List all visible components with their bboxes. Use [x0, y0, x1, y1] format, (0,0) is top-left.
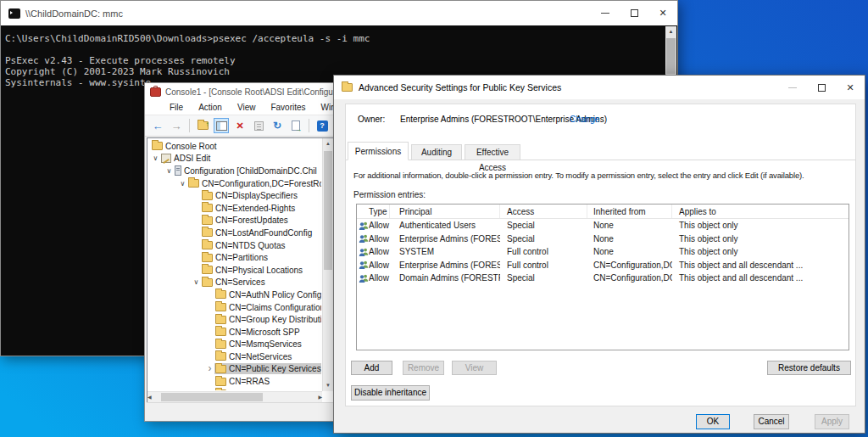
tree-item-partitions[interactable]: CN=Partitions: [147, 251, 321, 264]
tree-item-cn-configuration[interactable]: CN=Configuration,DC=ForestRoo: [147, 177, 321, 190]
cancel-button[interactable]: Cancel: [754, 414, 789, 429]
column-header-inherited-from[interactable]: Inherited from: [587, 204, 672, 218]
properties-icon[interactable]: [251, 118, 266, 133]
tab-auditing[interactable]: Auditing: [411, 144, 462, 160]
menu-view[interactable]: View: [230, 103, 264, 112]
table-header: Type Principal Access Inherited from App…: [357, 204, 849, 219]
tree-item-lostandfoundconfig[interactable]: CN=LostAndFoundConfig: [147, 227, 321, 239]
scroll-right-icon[interactable]: ▶: [318, 392, 322, 402]
apply-button: Apply: [815, 414, 849, 429]
folder-icon: [215, 352, 226, 361]
folder-icon: [202, 254, 213, 262]
chevron-collapsed-icon[interactable]: [205, 364, 214, 373]
up-one-level-icon[interactable]: [195, 118, 210, 133]
tree-vertical-scrollbar[interactable]: ▲ ▼: [322, 138, 333, 391]
column-header-type[interactable]: Type: [357, 204, 390, 218]
tree-item-group-key-distribution[interactable]: CN=Group Key Distributio: [147, 313, 321, 326]
show-console-tree-icon[interactable]: [214, 118, 229, 133]
cmd-minimize-button[interactable]: [591, 1, 620, 25]
tree-item-rras[interactable]: CN=RRAS: [147, 375, 321, 388]
dialog-close-button[interactable]: [836, 76, 865, 99]
restore-defaults-button[interactable]: Restore defaults: [767, 361, 851, 375]
scroll-down-icon[interactable]: ▼: [323, 380, 333, 391]
folder-icon: [215, 303, 226, 311]
column-header-access[interactable]: Access: [500, 204, 587, 218]
table-row[interactable]: Allow Enterprise Admins (FORESTR... Spec…: [357, 233, 849, 246]
scrollbar-thumb[interactable]: [666, 38, 676, 74]
owner-label: Owner:: [358, 115, 385, 124]
tree-item-displayspecifiers[interactable]: CN=DisplaySpecifiers: [147, 189, 321, 202]
chevron-expanded-icon[interactable]: [178, 179, 187, 188]
terminal-line: PsExec v2.43 - Execute processes remotel…: [5, 55, 676, 66]
scroll-up-icon[interactable]: ▲: [323, 138, 333, 149]
dialog-minimize-button: [778, 76, 807, 99]
chevron-expanded-icon[interactable]: [151, 154, 160, 163]
tree-item-configuration[interactable]: Configuration [ChildDomainDC.Chil: [147, 165, 321, 177]
menu-favorites[interactable]: Favorites: [263, 103, 313, 112]
table-row[interactable]: Allow Authenticated Users Special None T…: [357, 219, 849, 233]
back-icon[interactable]: [150, 118, 165, 133]
cmd-close-button[interactable]: [648, 1, 677, 25]
disable-inheritance-button[interactable]: Disable inheritance: [351, 385, 430, 401]
folder-icon: [202, 204, 213, 212]
tree-item-forestupdates[interactable]: CN=ForestUpdates: [147, 215, 321, 227]
chevron-expanded-icon[interactable]: [164, 166, 174, 176]
folder-icon: [215, 340, 226, 349]
menu-file[interactable]: File: [162, 103, 191, 112]
folder-icon: [152, 142, 163, 150]
desktop: \\ChildDomainDC: mmc C:\Users\ChildDomai…: [0, 0, 868, 437]
menu-action[interactable]: Action: [191, 103, 230, 112]
tree-item-physical-locations[interactable]: CN=Physical Locations: [147, 264, 321, 277]
column-header-principal[interactable]: Principal: [390, 204, 500, 218]
tree-item-netservices[interactable]: CN=NetServices: [147, 350, 321, 363]
ok-button[interactable]: OK: [696, 414, 730, 429]
export-list-icon[interactable]: [288, 118, 303, 133]
tree-item-ntds-quotas[interactable]: CN=NTDS Quotas: [147, 239, 321, 252]
tab-effective-access[interactable]: Effective Access: [465, 144, 520, 160]
terminal-line: [5, 44, 676, 55]
dialog-content-panel: Owner: Enterprise Admins (FORESTROOT\Ent…: [345, 104, 856, 406]
folder-icon: [202, 278, 213, 287]
folder-icon: [215, 389, 226, 390]
cmd-titlebar[interactable]: \\ChildDomainDC: mmc: [1, 1, 677, 25]
folder-icon: [202, 241, 213, 249]
tabstrip: Permissions Auditing Effective Access: [346, 142, 855, 160]
tree-item-public-key-services[interactable]: CN=Public Key Services: [147, 363, 321, 376]
table-row[interactable]: Allow Domain Admins (FORESTROO... Specia…: [357, 272, 849, 285]
tab-permissions[interactable]: Permissions: [348, 142, 409, 160]
tree-item-msmqservices[interactable]: CN=MsmqServices: [147, 339, 321, 351]
refresh-icon[interactable]: [270, 118, 285, 133]
folder-icon: [215, 365, 226, 373]
tree-item-services[interactable]: CN=Services: [147, 277, 321, 289]
delete-icon[interactable]: [232, 118, 248, 133]
advanced-security-dialog: Advanced Security Settings for Public Ke…: [333, 75, 865, 434]
tree-horizontal-scrollbar[interactable]: ◀ ▶: [147, 391, 322, 402]
change-owner-link[interactable]: Change: [570, 115, 599, 124]
scroll-up-icon[interactable]: ▲: [665, 26, 676, 37]
permission-entries-label: Permission entries:: [353, 190, 426, 199]
tree-item-authn-policy[interactable]: CN=AuthN Policy Configu: [147, 289, 321, 301]
tree-item-claims-configuration[interactable]: CN=Claims Configuration: [147, 301, 321, 314]
table-row[interactable]: Allow Enterprise Admins (FORESTR... Full…: [357, 259, 849, 272]
folder-icon: [215, 378, 226, 386]
forward-icon[interactable]: [169, 118, 184, 133]
scrollbar-thumb[interactable]: [161, 393, 263, 401]
tree-item-microsoft-spp[interactable]: CN=Microsoft SPP: [147, 326, 321, 339]
users-icon: [357, 273, 369, 283]
tree-item-extended-rights[interactable]: CN=Extended-Rights: [147, 202, 321, 215]
tree-item-adsi-edit[interactable]: ADSI Edit: [147, 153, 321, 165]
tree-item-partial[interactable]: [147, 388, 321, 390]
dialog-maximize-button[interactable]: [807, 76, 836, 99]
dialog-titlebar[interactable]: Advanced Security Settings for Public Ke…: [334, 76, 865, 99]
column-header-applies-to[interactable]: Applies to: [672, 204, 849, 218]
chevron-expanded-icon[interactable]: [192, 277, 201, 287]
scroll-left-icon[interactable]: ◀: [147, 392, 152, 402]
scrollbar-thumb[interactable]: [324, 151, 332, 270]
help-icon[interactable]: [314, 118, 330, 133]
tree-item-console-root[interactable]: Console Root: [147, 140, 321, 153]
adsi-edit-icon: [161, 154, 171, 163]
users-icon: [357, 247, 369, 257]
add-button[interactable]: Add: [351, 361, 392, 375]
cmd-maximize-button[interactable]: [620, 1, 648, 25]
table-row[interactable]: Allow SYSTEM Full control None This obje…: [357, 245, 849, 259]
